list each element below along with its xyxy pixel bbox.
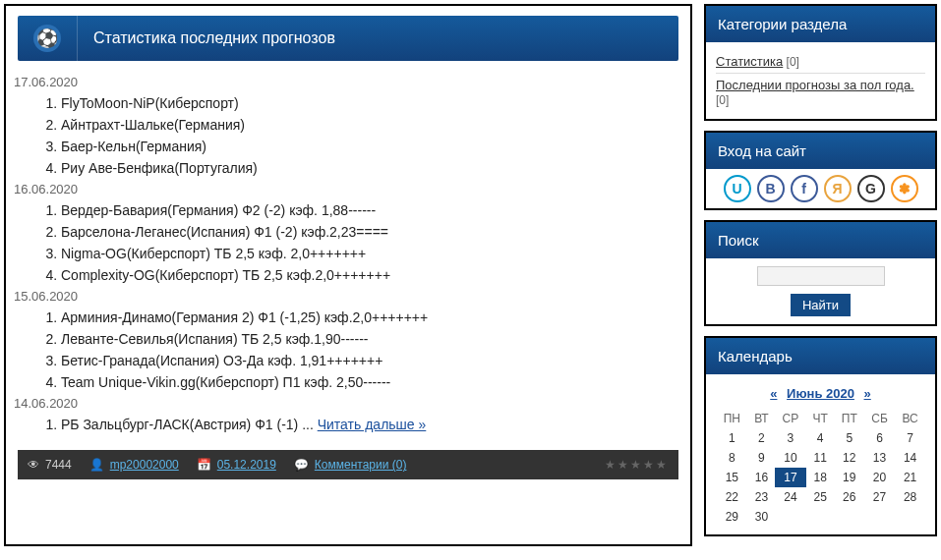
search-button[interactable]: Найти bbox=[791, 294, 851, 316]
categories-header: Категории раздела bbox=[706, 6, 935, 42]
calendar-dow: ЧТ bbox=[806, 409, 835, 428]
search-header: Поиск bbox=[706, 222, 935, 258]
date-header: 17.06.2020 bbox=[14, 75, 678, 89]
calendar-day[interactable]: 30 bbox=[748, 507, 775, 527]
eye-icon: 👁 bbox=[28, 458, 39, 472]
prediction-item: Арминия-Динамо(Германия 2) Ф1 (-1,25) кэ… bbox=[61, 309, 678, 325]
calendar-day[interactable]: 17 bbox=[775, 468, 806, 487]
calendar-prev[interactable]: « bbox=[764, 386, 783, 401]
calendar-dow: ВТ bbox=[748, 409, 775, 428]
prediction-item: Team Unique-Vikin.gg(Киберспорт) П1 кэф.… bbox=[61, 374, 678, 390]
calendar-dow: ПН bbox=[716, 409, 748, 428]
calendar-icon: 📅 bbox=[197, 458, 211, 472]
category-count: [0] bbox=[783, 55, 799, 69]
social-google-icon[interactable]: G bbox=[857, 175, 885, 202]
categories-panel: Категории раздела Статистика [0]Последни… bbox=[704, 4, 937, 121]
calendar-day bbox=[775, 507, 806, 527]
prediction-item: Айнтрахт-Шальке(Германия) bbox=[61, 117, 678, 133]
calendar-day[interactable]: 13 bbox=[864, 448, 895, 468]
rating-stars[interactable]: ★★★★★ bbox=[605, 458, 669, 472]
calendar-day[interactable]: 26 bbox=[835, 487, 864, 507]
calendar-day[interactable]: 9 bbox=[748, 448, 775, 468]
calendar-table: ПНВТСРЧТПТСБВС 1234567891011121314151617… bbox=[716, 409, 925, 527]
calendar-day[interactable]: 27 bbox=[864, 487, 895, 507]
calendar-day[interactable]: 28 bbox=[895, 487, 925, 507]
prediction-list: FlyToMoon-NiP(Киберспорт)Айнтрахт-Шальке… bbox=[61, 95, 678, 176]
prediction-list: РБ Зальцбург-ЛАСК(Австрия) Ф1 (-1) ... Ч… bbox=[61, 417, 678, 432]
calendar-day[interactable]: 20 bbox=[864, 468, 895, 487]
calendar-day[interactable]: 23 bbox=[748, 487, 775, 507]
calendar-header: Календарь bbox=[706, 338, 935, 374]
read-more-link[interactable]: Читать дальше » bbox=[318, 417, 427, 432]
page-title: Статистика последних прогнозов bbox=[77, 16, 335, 61]
category-row: Статистика [0] bbox=[716, 50, 925, 74]
date-header: 15.06.2020 bbox=[14, 289, 678, 304]
calendar-day[interactable]: 15 bbox=[716, 468, 748, 487]
calendar-dow: ПТ bbox=[835, 409, 864, 428]
calendar-dow: ВС bbox=[895, 409, 925, 428]
calendar-day bbox=[806, 507, 835, 527]
calendar-dow: СР bbox=[775, 409, 806, 428]
prediction-item: Леванте-Севилья(Испания) ТБ 2,5 кэф.1,90… bbox=[61, 331, 678, 347]
comments-link[interactable]: Комментарии (0) bbox=[315, 458, 407, 472]
prediction-item: РБ Зальцбург-ЛАСК(Австрия) Ф1 (-1) ... Ч… bbox=[61, 417, 678, 432]
prediction-item: Вердер-Бавария(Германия) Ф2 (-2) кэф. 1,… bbox=[61, 202, 678, 218]
social-facebook-icon[interactable]: f bbox=[791, 175, 818, 202]
calendar-next[interactable]: » bbox=[858, 386, 877, 401]
social-ucoz-icon[interactable]: U bbox=[724, 175, 751, 202]
comment-icon: 💬 bbox=[294, 458, 309, 472]
category-row: Последнии прогнозы за пол года. [0] bbox=[716, 74, 925, 111]
calendar-day[interactable]: 5 bbox=[835, 428, 864, 448]
calendar-month[interactable]: Июнь 2020 bbox=[787, 386, 854, 401]
prediction-item: Бетис-Гранада(Испания) ОЗ-Да кэф. 1,91++… bbox=[61, 353, 678, 368]
calendar-day[interactable]: 12 bbox=[835, 448, 864, 468]
category-link[interactable]: Статистика bbox=[716, 54, 783, 69]
calendar-day[interactable]: 16 bbox=[748, 468, 775, 487]
calendar-day[interactable]: 18 bbox=[806, 468, 835, 487]
views-count: 7444 bbox=[45, 458, 72, 472]
calendar-day[interactable]: 19 bbox=[835, 468, 864, 487]
calendar-day[interactable]: 14 bbox=[895, 448, 925, 468]
date-header: 16.06.2020 bbox=[14, 182, 678, 196]
prediction-item: Complexity-OG(Киберспорт) ТБ 2,5 кэф.2,0… bbox=[61, 267, 678, 283]
calendar-day[interactable]: 21 bbox=[895, 468, 925, 487]
calendar-panel: Календарь « Июнь 2020 » ПНВТСРЧТПТСБВС 1… bbox=[704, 336, 937, 536]
author-link[interactable]: mp20002000 bbox=[110, 458, 179, 472]
calendar-day[interactable]: 25 bbox=[806, 487, 835, 507]
main-content: ⚽ Статистика последних прогнозов 17.06.2… bbox=[4, 4, 692, 546]
prediction-item: Барселона-Леганес(Испания) Ф1 (-2) кэф.2… bbox=[61, 224, 678, 240]
calendar-day bbox=[895, 507, 925, 527]
prediction-item: FlyToMoon-NiP(Киберспорт) bbox=[61, 95, 678, 111]
calendar-day[interactable]: 8 bbox=[716, 448, 748, 468]
category-link[interactable]: Последнии прогнозы за пол года. bbox=[716, 78, 914, 92]
social-ok-icon[interactable]: ✽ bbox=[891, 175, 918, 202]
soccer-ball-icon: ⚽ bbox=[33, 25, 61, 52]
login-header: Вход на сайт bbox=[706, 133, 935, 169]
category-count: [0] bbox=[716, 93, 729, 107]
calendar-day[interactable]: 2 bbox=[748, 428, 775, 448]
calendar-day[interactable]: 4 bbox=[806, 428, 835, 448]
calendar-day[interactable]: 24 bbox=[775, 487, 806, 507]
calendar-day[interactable]: 7 bbox=[895, 428, 925, 448]
prediction-list: Арминия-Динамо(Германия 2) Ф1 (-1,25) кэ… bbox=[61, 309, 678, 390]
social-yandex-icon[interactable]: Я bbox=[824, 175, 852, 202]
page-title-bar: ⚽ Статистика последних прогнозов bbox=[18, 16, 678, 61]
calendar-day[interactable]: 3 bbox=[775, 428, 806, 448]
prediction-item: Баер-Кельн(Германия) bbox=[61, 139, 678, 154]
calendar-day bbox=[835, 507, 864, 527]
calendar-day[interactable]: 29 bbox=[716, 507, 748, 527]
social-vk-icon[interactable]: B bbox=[757, 175, 785, 202]
search-panel: Поиск Найти bbox=[704, 220, 937, 326]
login-panel: Вход на сайт U B f Я G ✽ bbox=[704, 131, 937, 210]
calendar-day[interactable]: 22 bbox=[716, 487, 748, 507]
post-date-link[interactable]: 05.12.2019 bbox=[217, 458, 276, 472]
meta-bar: 👁7444 👤mp20002000 📅05.12.2019 💬Комментар… bbox=[18, 450, 678, 479]
calendar-day[interactable]: 1 bbox=[716, 428, 748, 448]
calendar-day[interactable]: 11 bbox=[806, 448, 835, 468]
user-icon: 👤 bbox=[89, 458, 104, 472]
search-input[interactable] bbox=[757, 266, 885, 286]
calendar-dow: СБ bbox=[864, 409, 895, 428]
calendar-day[interactable]: 10 bbox=[775, 448, 806, 468]
calendar-day[interactable]: 6 bbox=[864, 428, 895, 448]
prediction-item: Nigma-OG(Киберспорт) ТБ 2,5 кэф. 2,0++++… bbox=[61, 246, 678, 261]
